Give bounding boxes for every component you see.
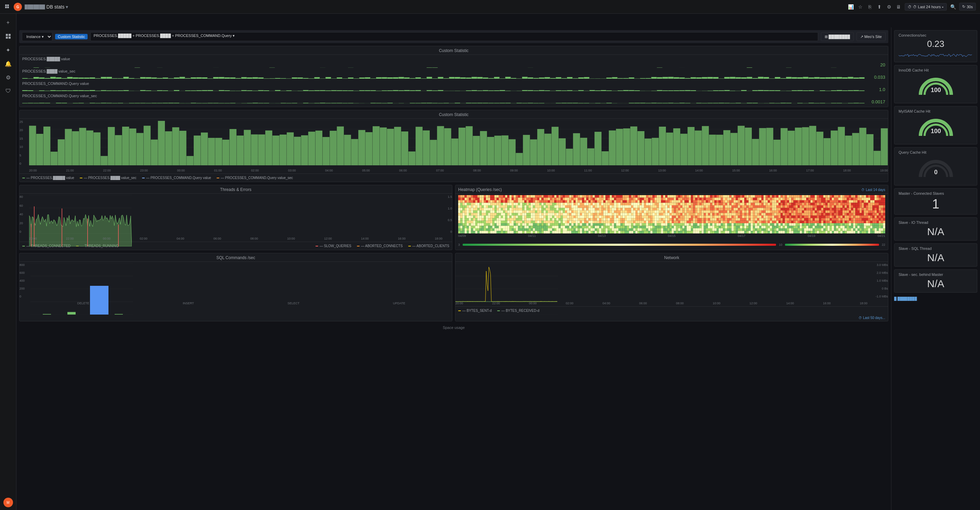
sparkline-row-3: 1.0 — [22, 86, 885, 92]
network-bottom-link[interactable]: ⏱ Last 50 days... — [455, 314, 888, 321]
svg-text:G: G — [16, 5, 19, 9]
site-link-btn[interactable]: ↗ Meo's Site — [856, 32, 886, 41]
legend-aborted-clients: — ABORTED_CLIENTS — [408, 244, 449, 248]
sparkline-row-4: 0.0017 — [22, 99, 885, 105]
logo: G — [14, 3, 22, 11]
dot-aborted-clients — [408, 246, 411, 247]
sidebar-item-config[interactable]: ⚙ — [2, 71, 14, 83]
instance-select[interactable]: Instance ▾ — [22, 32, 52, 41]
sparkline-label-2: PROCESSES.████ value_sec — [22, 69, 885, 74]
custom-statistic-badge: Custom Statistic — [55, 34, 88, 39]
search-icon[interactable]: 🔍 — [950, 3, 956, 10]
myisam-title: MyISAM Cache Hit — [899, 109, 973, 113]
network-panel: Network 3.0 MBs 2.0 MBs 1.0 MBs 0 Bs -1.… — [455, 253, 888, 321]
query-filter[interactable]: PROCESSES.█████ + PROCESSES.████ + PROCE… — [90, 32, 818, 41]
time-range-picker[interactable]: ⏱ ⏱ Last 24 hours ▾ — [905, 3, 947, 11]
center-panel: Instance ▾ Custom Statistic PROCESSES.██… — [16, 27, 891, 510]
connections-sparkline — [899, 51, 973, 59]
settings-icon[interactable]: ⚙ — [886, 3, 892, 10]
star-icon[interactable]: ☆ — [857, 3, 864, 10]
heatmap-x-labels: 04/09 04/11 04/13 04/15 04/17 04/19 04/2… — [458, 234, 885, 237]
heatmap-legend: 3 10 22 — [455, 242, 888, 248]
myisam-gauge-canvas — [915, 116, 956, 140]
copy-icon[interactable]: ⎘ — [866, 3, 873, 10]
sidebar-item-shield[interactable]: 🛡 — [2, 85, 14, 97]
svg-rect-9 — [8, 37, 11, 39]
chart-legend-2: — PROCESSES.█████ value — PROCESSES.████… — [19, 174, 888, 182]
right-panel: Connections/sec 0.23 InnoDB Cache Hit My… — [891, 27, 980, 510]
sidebar-item-dashboard[interactable] — [2, 30, 14, 43]
sparkline-bar-2 — [22, 74, 865, 80]
bar-chart-area: 25 20 15 10 5 0 20:00 21:00 22:00 23:00 … — [19, 119, 888, 174]
sparkline-label-4: PROCESSES_COMMAND.Query value_sec — [22, 93, 885, 99]
connections-sparkline-canvas — [899, 51, 973, 59]
slave-io-card: Slave - IO Thread N/A — [894, 217, 977, 241]
panel-title-custom-stat-2: Custom Statistic — [19, 110, 888, 119]
innodb-gauge — [899, 73, 973, 100]
dot-slow-queries — [315, 246, 318, 247]
filter-bar: Instance ▾ Custom Statistic PROCESSES.██… — [19, 30, 888, 43]
apps-icon[interactable] — [4, 3, 11, 10]
panels-row-2: SQL Commands /sec 800 600 400 200 0 DELE… — [19, 253, 888, 321]
master-slaves-card: Master - Connected Slaves 1 — [894, 188, 977, 215]
heatmap-badge: ⏱ Last 14 days — [861, 188, 885, 192]
svg-rect-3 — [7, 6, 9, 8]
network-chart-area: 3.0 MBs 2.0 MBs 1.0 MBs 0 Bs -1.0 MBs 20… — [455, 262, 888, 306]
sparkline-value-2: 0.033 — [865, 75, 885, 80]
bottom-link[interactable]: █ ████████ — [894, 295, 977, 302]
sparkline-bar-3 — [22, 86, 865, 92]
sidebar-item-alerts[interactable]: 🔔 — [2, 57, 14, 70]
slave-sql-card: Slave - SQL Thread N/A — [894, 243, 977, 267]
svg-rect-1 — [7, 5, 9, 6]
legend-dot-1 — [22, 178, 25, 178]
custom-statistic-panel-1: Custom Statistic PROCESSES.█████ value /… — [19, 46, 888, 107]
sidebar-item-explore[interactable]: ✦ — [2, 44, 14, 56]
user-avatar[interactable]: M — [3, 498, 13, 507]
query-cache-gauge-canvas — [915, 157, 956, 181]
sql-commands-title: SQL Commands /sec — [19, 253, 452, 262]
sparkline-value-3: 1.0 — [865, 87, 885, 92]
chart-icon[interactable]: 📊 — [847, 3, 854, 10]
master-slaves-title: Master - Connected Slaves — [899, 191, 973, 196]
sql-x-labels: DELETE INSERT SELECT UPDATE — [30, 301, 452, 305]
heatmap-gradient — [463, 244, 776, 246]
heatmap-panel: Heatmap (Queries /sec) ⏱ Last 14 days 04… — [455, 185, 888, 250]
sparkline-value-1: 20 — [865, 62, 885, 67]
query-cache-gauge — [899, 156, 973, 182]
main-layout: Instance ▾ Custom Statistic PROCESSES.██… — [16, 27, 980, 510]
filter-right: ⊞ ████████ ↗ Meo's Site — [821, 32, 886, 41]
svg-rect-7 — [8, 34, 11, 36]
legend-processes-value: — PROCESSES.█████ value — [22, 176, 74, 180]
sql-y-labels: 800 600 400 200 0 — [19, 263, 29, 298]
topnav: G ███████ DB stats ▾ 📊 ☆ ⎘ ⬆ ⚙ 🖥 ⏱ ⏱ Las… — [0, 0, 980, 14]
slave-io-title: Slave - IO Thread — [899, 220, 973, 225]
svg-rect-6 — [6, 34, 8, 36]
legend-processes-value-sec: — PROCESSES.████ value_sec — [80, 176, 137, 180]
slave-behind-title: Slave - sec. behind Master — [899, 273, 973, 277]
slave-behind-card: Slave - sec. behind Master N/A — [894, 269, 977, 293]
threads-chart-area: 80 60 40 20 0 1.5 1.0 0.5 0 20:00 — [19, 194, 452, 242]
threads-errors-panel: Threads & Errors 80 60 40 20 0 1.5 1.0 0… — [19, 185, 452, 250]
refresh-button[interactable]: ↻ 30s — [959, 3, 976, 11]
sparklines-body: PROCESSES.█████ value // generated inlin… — [19, 55, 888, 107]
legend-dot-4 — [216, 178, 220, 178]
sql-commands-panel: SQL Commands /sec 800 600 400 200 0 DELE… — [19, 253, 452, 321]
slave-behind-value: N/A — [899, 278, 973, 290]
grid-view-btn[interactable]: ⊞ ████████ — [821, 32, 854, 41]
sparkline-label-1: PROCESSES.█████ value — [22, 56, 885, 62]
main-chart-canvas — [29, 120, 888, 165]
x-axis-labels: 20:00 21:00 22:00 23:00 00:00 01:00 02:0… — [29, 169, 888, 172]
query-cache-title: Query Cache Hit — [899, 150, 973, 155]
share-icon[interactable]: ⬆ — [876, 3, 883, 10]
svg-rect-8 — [6, 37, 8, 39]
monitor-icon[interactable]: 🖥 — [895, 3, 902, 10]
myisam-card: MyISAM Cache Hit — [894, 106, 977, 145]
dot-threads-connected — [22, 246, 25, 247]
sparkline-bar-1: // generated inline — [22, 62, 865, 68]
sparkline-value-4: 0.0017 — [865, 99, 885, 104]
slave-sql-value: N/A — [899, 252, 973, 263]
slave-sql-title: Slave - SQL Thread — [899, 247, 973, 250]
slave-io-value: N/A — [899, 226, 973, 237]
panel-title-custom-stat-1: Custom Statistic — [19, 46, 888, 55]
sidebar-item-add[interactable]: + — [2, 16, 14, 29]
